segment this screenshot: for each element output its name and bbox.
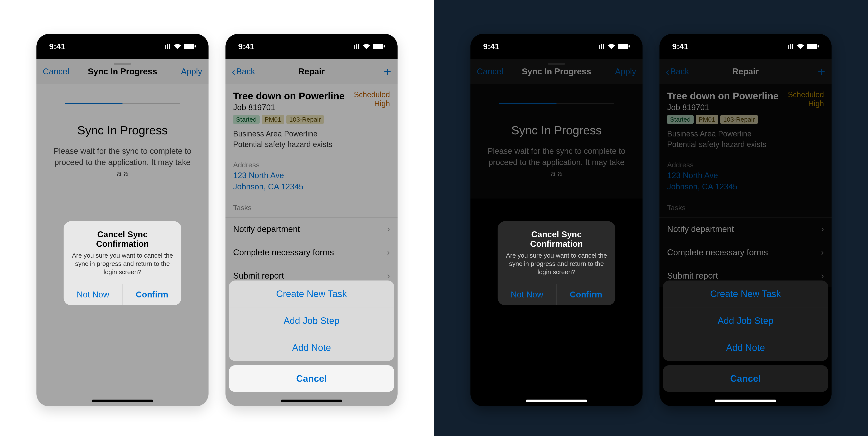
svg-rect-6 xyxy=(807,44,817,49)
svg-rect-7 xyxy=(817,45,819,48)
status-icons: ıll xyxy=(354,42,385,51)
battery-icon xyxy=(807,42,819,51)
status-time: 9:41 xyxy=(49,42,65,51)
home-indicator[interactable] xyxy=(92,400,153,402)
status-bar: 9:41 ıll xyxy=(659,34,832,59)
create-task-button[interactable]: Create New Task xyxy=(663,280,828,307)
action-cancel-button[interactable]: Cancel xyxy=(229,365,394,392)
add-note-button[interactable]: Add Note xyxy=(229,334,394,361)
add-job-step-button[interactable]: Add Job Step xyxy=(663,307,828,334)
status-icons: ıll xyxy=(165,42,196,51)
not-now-button[interactable]: Not Now xyxy=(64,284,123,305)
action-cancel-button[interactable]: Cancel xyxy=(663,365,828,392)
confirm-button[interactable]: Confirm xyxy=(123,284,182,305)
phone-repair-dark: 9:41 ıll ‹ Back Repair + xyxy=(659,34,832,406)
confirm-button[interactable]: Confirm xyxy=(557,284,616,305)
battery-icon xyxy=(618,42,630,51)
alert-dialog: Cancel Sync Confirmation Are you sure yo… xyxy=(498,221,615,305)
alert-message: Are you sure you want to cancel the sync… xyxy=(70,251,175,276)
home-indicator[interactable] xyxy=(281,400,342,402)
status-bar: 9:41 ıll xyxy=(225,34,398,59)
status-bar: 9:41 ıll xyxy=(36,34,209,59)
signal-icon: ıll xyxy=(599,42,605,51)
status-bar: 9:41 ıll xyxy=(470,34,643,59)
battery-icon xyxy=(373,42,385,51)
wifi-icon xyxy=(362,42,370,51)
phone-sync-dark: 9:41 ıll Cancel Sync In Progress Apply xyxy=(470,34,643,406)
status-time: 9:41 xyxy=(672,42,688,51)
dark-pane: 9:41 ıll Cancel Sync In Progress Apply xyxy=(434,0,868,436)
not-now-button[interactable]: Not Now xyxy=(498,284,557,305)
wifi-icon xyxy=(796,42,804,51)
signal-icon: ıll xyxy=(788,42,794,51)
wifi-icon xyxy=(173,42,181,51)
add-job-step-button[interactable]: Add Job Step xyxy=(229,307,394,334)
status-icons: ıll xyxy=(599,42,630,51)
svg-rect-1 xyxy=(194,45,196,48)
battery-icon xyxy=(184,42,196,51)
status-time: 9:41 xyxy=(238,42,254,51)
home-indicator[interactable] xyxy=(715,400,776,402)
phone-repair-light: 9:41 ıll ‹ Back Repair + xyxy=(225,34,398,406)
action-sheet: Create New Task Add Job Step Add Note Ca… xyxy=(229,280,394,392)
alert-title: Cancel Sync Confirmation xyxy=(70,230,175,249)
signal-icon: ıll xyxy=(165,42,171,51)
wifi-icon xyxy=(607,42,615,51)
alert-title: Cancel Sync Confirmation xyxy=(504,230,609,249)
alert-dialog: Cancel Sync Confirmation Are you sure yo… xyxy=(64,221,181,305)
home-indicator[interactable] xyxy=(526,400,587,402)
svg-rect-3 xyxy=(383,45,385,48)
status-icons: ıll xyxy=(788,42,819,51)
svg-rect-5 xyxy=(628,45,630,48)
svg-rect-4 xyxy=(618,44,628,49)
svg-rect-2 xyxy=(373,44,383,49)
alert-message: Are you sure you want to cancel the sync… xyxy=(504,251,609,276)
svg-rect-0 xyxy=(184,44,194,49)
phone-sync-light: 9:41 ıll Cancel Sync In Progress Apply xyxy=(36,34,209,406)
status-time: 9:41 xyxy=(483,42,499,51)
signal-icon: ıll xyxy=(354,42,360,51)
create-task-button[interactable]: Create New Task xyxy=(229,280,394,307)
light-pane: 9:41 ıll Cancel Sync In Progress Apply xyxy=(0,0,434,436)
add-note-button[interactable]: Add Note xyxy=(663,334,828,361)
action-sheet: Create New Task Add Job Step Add Note Ca… xyxy=(663,280,828,392)
